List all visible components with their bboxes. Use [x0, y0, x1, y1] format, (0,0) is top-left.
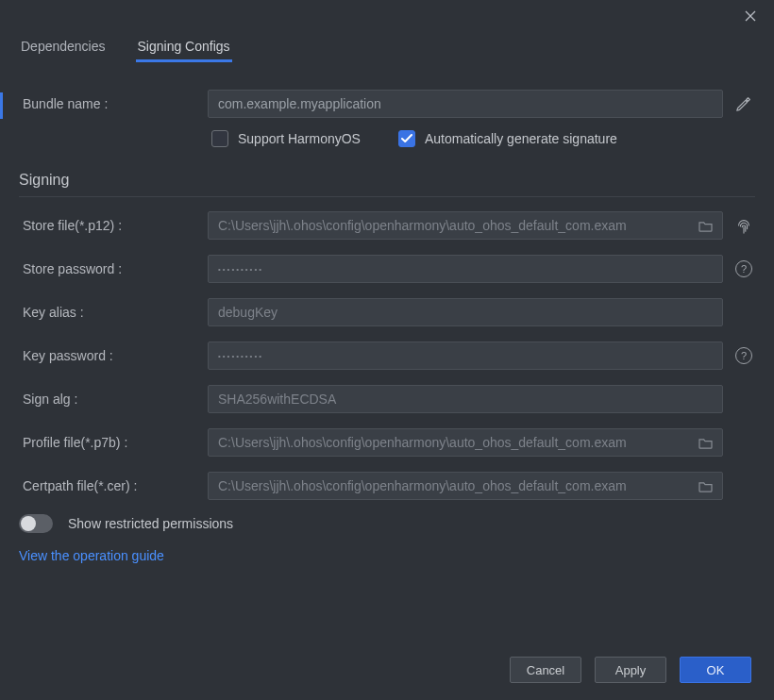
close-icon	[745, 10, 756, 22]
fingerprint-button[interactable]	[732, 217, 755, 234]
profile-file-value: C:\Users\jjh\.ohos\config\openharmony\au…	[218, 435, 691, 450]
cancel-button[interactable]: Cancel	[510, 657, 581, 683]
close-button[interactable]	[734, 2, 766, 30]
browse-profile-file[interactable]	[698, 437, 713, 449]
key-password-label: Key password :	[19, 348, 208, 363]
certpath-file-row: Certpath file(*.cer) : C:\Users\jjh\.oho…	[19, 471, 755, 501]
bundle-name-label: Bundle name :	[19, 96, 208, 111]
profile-file-row: Profile file(*.p7b) : C:\Users\jjh\.ohos…	[19, 427, 755, 458]
support-harmonyos-label: Support HarmonyOS	[238, 131, 361, 146]
support-harmonyos-checkbox[interactable]: Support HarmonyOS	[211, 130, 361, 147]
folder-icon	[698, 480, 713, 492]
dialog-root: Dependencies Signing Configs Bundle name…	[0, 0, 774, 700]
content-area: Bundle name : com.example.myapplication …	[0, 62, 774, 640]
key-password-help[interactable]: ?	[732, 347, 755, 364]
pencil-icon	[735, 95, 752, 112]
restricted-permissions-row: Show restricted permissions	[19, 514, 755, 533]
store-file-value: C:\Users\jjh\.ohos\config\openharmony\au…	[218, 218, 691, 233]
toggle-knob	[21, 516, 36, 531]
operation-guide-link[interactable]: View the operation guide	[19, 548, 755, 563]
store-password-label: Store password :	[19, 261, 208, 276]
tab-signing-configs[interactable]: Signing Configs	[136, 33, 232, 61]
sign-alg-label: Sign alg :	[19, 392, 208, 407]
store-password-help[interactable]: ?	[732, 260, 755, 277]
checkbox-box-checked	[398, 130, 415, 147]
key-password-input[interactable]: ••••••••••	[208, 342, 723, 370]
restricted-permissions-label: Show restricted permissions	[68, 516, 233, 531]
store-password-input[interactable]: ••••••••••	[208, 255, 723, 283]
store-password-value: ••••••••••	[218, 265, 713, 274]
key-alias-value: debugKey	[218, 305, 713, 320]
browse-store-file[interactable]	[698, 220, 713, 232]
sign-alg-value: SHA256withECDSA	[218, 392, 713, 407]
apply-button[interactable]: Apply	[595, 657, 666, 683]
store-file-label: Store file(*.p12) :	[19, 218, 208, 233]
checkbox-box	[211, 130, 228, 147]
store-file-row: Store file(*.p12) : C:\Users\jjh\.ohos\c…	[19, 210, 755, 241]
titlebar	[0, 0, 774, 32]
key-password-row: Key password : •••••••••• ?	[19, 341, 755, 371]
ok-button[interactable]: OK	[680, 657, 751, 683]
key-password-value: ••••••••••	[218, 352, 713, 360]
dialog-footer: Cancel Apply OK	[0, 640, 774, 700]
store-file-input[interactable]: C:\Users\jjh\.ohos\config\openharmony\au…	[208, 211, 723, 240]
edit-bundle-button[interactable]	[732, 95, 755, 112]
tab-bar: Dependencies Signing Configs	[0, 32, 774, 62]
auto-generate-signature-checkbox[interactable]: Automatically generate signature	[398, 130, 617, 147]
key-alias-input[interactable]: debugKey	[208, 298, 723, 326]
sign-alg-input[interactable]: SHA256withECDSA	[208, 385, 723, 413]
help-icon: ?	[735, 347, 752, 364]
certpath-file-input[interactable]: C:\Users\jjh\.ohos\config\openharmony\au…	[208, 472, 723, 500]
bundle-options-row: Support HarmonyOS Automatically generate…	[19, 130, 755, 147]
bundle-name-value: com.example.myapplication	[218, 96, 713, 111]
key-alias-label: Key alias :	[19, 305, 208, 320]
profile-file-label: Profile file(*.p7b) :	[19, 435, 208, 450]
active-indicator	[0, 92, 3, 119]
key-alias-row: Key alias : debugKey	[19, 297, 755, 327]
profile-file-input[interactable]: C:\Users\jjh\.ohos\config\openharmony\au…	[208, 428, 723, 457]
store-password-row: Store password : •••••••••• ?	[19, 254, 755, 284]
folder-icon	[698, 437, 713, 449]
certpath-file-label: Certpath file(*.cer) :	[19, 478, 208, 493]
tab-dependencies[interactable]: Dependencies	[19, 33, 108, 61]
restricted-permissions-toggle[interactable]	[19, 514, 53, 533]
folder-icon	[698, 220, 713, 232]
check-icon	[401, 134, 412, 143]
fingerprint-icon	[735, 217, 752, 234]
browse-certpath-file[interactable]	[698, 480, 713, 492]
auto-generate-signature-label: Automatically generate signature	[425, 131, 617, 146]
help-icon: ?	[735, 260, 752, 277]
certpath-file-value: C:\Users\jjh\.ohos\config\openharmony\au…	[218, 478, 691, 493]
sign-alg-row: Sign alg : SHA256withECDSA	[19, 384, 755, 414]
signing-section-title: Signing	[19, 172, 755, 197]
bundle-name-input[interactable]: com.example.myapplication	[208, 90, 723, 118]
bundle-name-row: Bundle name : com.example.myapplication	[19, 89, 755, 119]
